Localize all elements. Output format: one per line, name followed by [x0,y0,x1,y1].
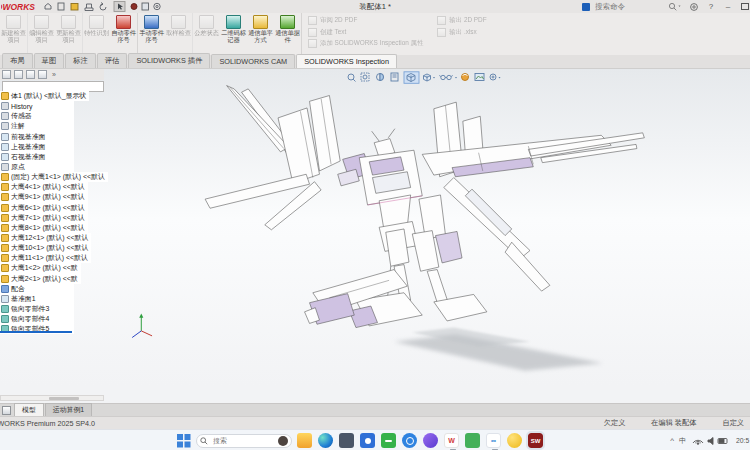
model-motion-tab[interactable]: 运动算例1 [45,403,92,417]
taskbar-app-icon[interactable] [360,433,375,448]
feature-tree-item[interactable]: 原点 [0,162,74,172]
feature-tree-item-icon [1,204,9,212]
help-icon[interactable]: ? [706,2,716,11]
display-manager-tab-icon[interactable] [38,70,47,79]
taskbar-app-icon[interactable] [465,433,480,448]
ribbon-button[interactable]: 新建检查项目 [0,13,27,55]
start-button[interactable] [176,433,191,448]
search-icon[interactable] [668,2,682,11]
ribbon-menu-item[interactable]: 输出 2D PDF [437,16,486,25]
model-left-wing[interactable] [205,96,371,230]
taskbar-app-icon[interactable] [402,433,417,448]
feature-tree-item[interactable]: 大鹰2<1> (默认) <<默 [0,274,81,284]
taskbar-app-icon[interactable] [318,433,333,448]
ribbon-menu-item[interactable]: 审阅 2D PDF [308,16,423,25]
restore-button[interactable] [740,2,750,11]
ribbon-button[interactable]: 编辑检查项目 [27,13,55,55]
feature-tree-item[interactable]: 大鹰10<1> (默认) <<默认 [0,243,91,253]
feature-manager-tabs[interactable]: » [0,69,104,80]
ribbon-button[interactable]: 公差状态 [192,13,220,55]
ribbon-menu-item-label: 输出 .xlsx [449,28,476,37]
feature-tree-item[interactable]: 传感器 [0,111,74,121]
taskbar-search-box[interactable] [196,434,292,448]
command-tab[interactable]: 布局 [2,53,33,68]
feature-tree-item[interactable]: (固定) 大鹰1<1> (默认) <<默认 [0,172,108,182]
feature-tree-item-label: 原点 [11,162,25,172]
ribbon-button[interactable]: 取样检查 [165,13,192,55]
feature-tree-item[interactable]: 大鹰11<1> (默认) <<默认 [0,253,91,263]
ribbon-button[interactable]: 手动零件序号 [137,13,165,55]
ribbon-menu-item-icon [437,16,446,25]
command-tab[interactable]: SOLIDWORKS Inspection [296,54,397,68]
configuration-manager-tab-icon[interactable] [26,70,35,79]
feature-tree-item[interactable]: 镜向零部件5 [0,324,74,334]
taskbar-app-icon[interactable]: ∞ [486,433,501,448]
search-avatar-icon[interactable] [278,436,288,446]
model-motion-tab[interactable]: 模型 [14,403,44,417]
taskbar-app-icon[interactable]: W [444,433,459,448]
ribbon-button[interactable]: 自动零件序号 [110,13,137,55]
tree-horizontal-scrollbar[interactable] [0,395,104,401]
taskbar-search-input[interactable] [211,436,267,445]
feature-tree-item[interactable]: 大鹰12<1> (默认) <<默认 [0,233,91,243]
command-tab[interactable]: SOLIDWORKS 插件 [128,53,210,68]
command-tab[interactable]: SOLIDWORKS CAM [211,54,295,68]
command-search-input[interactable] [593,1,665,12]
feature-tree-item[interactable]: 大鹰7<1> (默认) <<默认 [0,213,88,223]
ribbon-button[interactable]: 更新检查项目 [55,13,82,55]
taskbar-app-icon[interactable] [297,433,312,448]
feature-tree-item[interactable]: 大鹰1<2> (默认) <<默 [0,263,81,273]
rollback-bar[interactable] [0,331,72,333]
feature-tree-item[interactable]: 大鹰9<1> (默认) <<默认 [0,192,88,202]
minimize-button[interactable]: – [723,2,733,11]
design-tree-tab-icon[interactable] [2,70,11,79]
input-method-indicator[interactable]: 中 [679,436,686,446]
ribbon-menu-item[interactable]: 输出 .xlsx [437,28,486,37]
command-tab[interactable]: 草图 [34,53,65,68]
units-selector[interactable]: 自定义 [722,418,744,428]
scrollbar-thumb[interactable] [49,397,79,400]
taskbar-app-icon[interactable]: SW [528,433,543,448]
splitter-icon[interactable] [2,406,11,415]
tray-overflow-chevron-icon[interactable]: ^ [670,436,674,445]
taskbar-app-icon[interactable] [423,433,438,448]
model-right-wing[interactable] [422,133,644,291]
feature-tree-item[interactable]: 大鹰8<1> (默认) <<默认 [0,223,88,233]
ribbon-button[interactable]: 特性识别 [82,13,110,55]
ribbon-button[interactable]: 通信单据件 [274,13,301,55]
tray-status-icons[interactable] [691,435,731,446]
feature-tree-item[interactable]: 配合 [0,284,74,294]
clock[interactable]: 20:5 [736,437,750,444]
feature-tree-item[interactable]: 注解 [0,121,74,131]
command-search-box[interactable] [582,1,682,12]
feature-tree-item[interactable]: 镜向零部件4 [0,314,74,324]
feature-tree-item[interactable]: 基准面1 [0,294,74,304]
ribbon-menu-item[interactable]: 添加 SOLIDWORKS Inspection 属性 [308,39,423,48]
feature-tree-item[interactable]: History [0,101,74,111]
feature-tree-item[interactable]: 大鹰6<1> (默认) <<默认 [0,203,88,213]
feature-tree-item[interactable]: 上视基准面 [0,142,74,152]
graphics-area[interactable] [0,69,750,403]
ribbon-button[interactable]: 通信单平方式 [247,13,274,55]
ribbon-button-label: 新建检查项目 [0,30,27,43]
feature-tree-item[interactable]: 镜向零部件3 [0,304,74,314]
ribbon-menu-item[interactable]: 创建 Text [308,28,423,37]
feature-tree-item[interactable]: 右视基准面 [0,152,74,162]
feature-tree-item[interactable]: 大鹰4<1> (默认) <<默认 [0,182,88,192]
settings-gear-icon[interactable] [689,2,699,12]
fm-tabs-overflow-arrows[interactable]: » [52,71,56,78]
ribbon-button-label: 手动零件序号 [138,30,165,43]
model-3d-mecha[interactable] [0,69,750,403]
ribbon-button[interactable]: 二维码标记器 [220,13,247,55]
taskbar-app-icon[interactable] [381,433,396,448]
quick-access-toolbar[interactable] [41,1,191,12]
model-motion-tab-label: 模型 [22,406,36,413]
feature-tree-item-label: 右视基准面 [11,152,45,162]
taskbar-app-icon[interactable] [339,433,354,448]
command-tab[interactable]: 标注 [65,53,96,68]
taskbar-app-icon[interactable] [507,433,522,448]
command-tab[interactable]: 评估 [97,53,128,68]
property-manager-tab-icon[interactable] [14,70,23,79]
feature-tree-item[interactable]: 前视基准面 [0,132,74,142]
feature-tree-item[interactable]: 体1 (默认) <默认_显示状 [0,91,89,101]
